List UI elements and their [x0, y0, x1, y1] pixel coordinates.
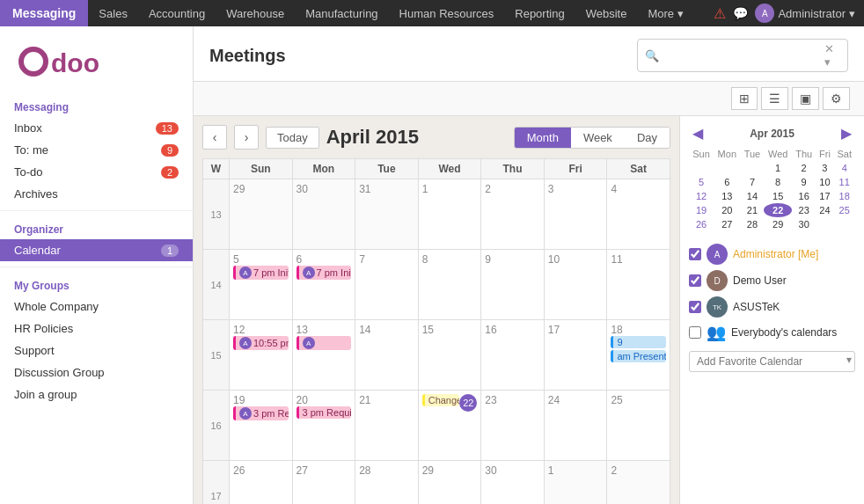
- mini-cal-day[interactable]: 13: [714, 189, 740, 203]
- nav-website[interactable]: Website: [575, 0, 638, 26]
- calendar-day[interactable]: 8: [418, 250, 481, 320]
- calendar-day[interactable]: 21: [355, 391, 419, 461]
- calendar-event[interactable]: A7 pm Initial discussion: [297, 266, 352, 280]
- list-view-btn[interactable]: ☰: [761, 87, 788, 110]
- calendar-day[interactable]: 12A10:55 pm Pricing Discussion: [230, 320, 293, 391]
- mini-cal-day[interactable]: 8: [764, 175, 792, 189]
- mini-cal-day[interactable]: 28: [740, 217, 764, 231]
- mini-cal-day[interactable]: 17: [816, 189, 833, 203]
- mini-cal-day[interactable]: 3: [816, 161, 833, 175]
- mini-cal-day[interactable]: 21: [740, 203, 764, 217]
- mini-cal-day[interactable]: 1: [764, 161, 792, 175]
- mini-cal-day[interactable]: 16: [792, 189, 816, 203]
- alert-icon[interactable]: ⚠: [714, 5, 726, 22]
- settings-btn[interactable]: ⚙: [823, 87, 850, 110]
- kanban-view-btn[interactable]: ⊞: [731, 87, 758, 110]
- mini-cal-day[interactable]: 18: [833, 189, 855, 203]
- attendee-row[interactable]: AAdministrator [Me]: [689, 244, 855, 265]
- calendar-day[interactable]: 30: [292, 179, 355, 250]
- nav-warehouse[interactable]: Warehouse: [216, 0, 295, 26]
- calendar-day[interactable]: 2: [607, 461, 670, 505]
- attendee-row[interactable]: DDemo User: [689, 270, 855, 291]
- calendar-day[interactable]: 17: [544, 320, 607, 391]
- sidebar-todo[interactable]: To-do 2: [0, 161, 193, 183]
- mini-cal-day[interactable]: 26: [689, 217, 714, 231]
- sidebar-inbox[interactable]: Inbox 13: [0, 117, 193, 139]
- calendar-day[interactable]: 19A3 pm Requirement review: [230, 391, 293, 461]
- sidebar-join-group[interactable]: Join a group: [0, 383, 193, 405]
- calendar-day[interactable]: 203 pm Requirement review: [292, 391, 355, 461]
- calendar-day[interactable]: 24: [544, 391, 607, 461]
- calendar-day[interactable]: 10: [544, 250, 607, 320]
- mini-cal-day[interactable]: 23: [792, 203, 816, 217]
- mini-cal-day[interactable]: 4: [833, 161, 855, 175]
- calendar-day[interactable]: 16: [481, 320, 545, 391]
- attendee-row[interactable]: TKASUSTeK: [689, 296, 855, 318]
- sidebar-archives[interactable]: Archives: [0, 183, 193, 205]
- column-view-btn[interactable]: ▣: [792, 87, 819, 110]
- calendar-event[interactable]: A10:55 pm Pricing Discussion: [233, 336, 289, 350]
- calendar-day[interactable]: 30: [481, 461, 545, 505]
- mini-cal-day[interactable]: 19: [689, 203, 714, 217]
- calendar-day[interactable]: 3: [544, 179, 607, 250]
- mini-cal-day[interactable]: 12: [689, 189, 714, 203]
- calendar-day[interactable]: 2: [481, 179, 545, 250]
- mini-cal-day[interactable]: 2: [792, 161, 816, 175]
- calendar-day[interactable]: 189am Presentation for new Services: [607, 320, 670, 391]
- day-view-btn[interactable]: Day: [625, 128, 670, 148]
- today-btn[interactable]: Today: [266, 127, 319, 149]
- mini-cal-day[interactable]: 27: [714, 217, 740, 231]
- chat-icon[interactable]: 💬: [733, 6, 748, 20]
- calendar-day[interactable]: 22Changes in Designing: [418, 391, 481, 461]
- mini-cal-day[interactable]: 6: [714, 175, 740, 189]
- calendar-day[interactable]: 31: [355, 179, 419, 250]
- sidebar-calendar[interactable]: Calendar 1: [0, 239, 193, 261]
- calendar-day[interactable]: 4: [607, 179, 670, 250]
- attendee-checkbox[interactable]: [689, 301, 701, 313]
- attendee-checkbox[interactable]: [689, 248, 701, 260]
- search-input[interactable]: [663, 49, 824, 62]
- everybody-check[interactable]: [689, 326, 701, 339]
- nav-manufacturing[interactable]: Manufacturing: [295, 0, 388, 26]
- calendar-day[interactable]: 7: [355, 250, 419, 320]
- attendee-checkbox[interactable]: [689, 274, 701, 287]
- mini-cal-day[interactable]: 15: [764, 189, 792, 203]
- sidebar-support[interactable]: Support: [0, 340, 193, 362]
- calendar-event[interactable]: 3 pm Requirement review: [297, 406, 352, 419]
- calendar-event[interactable]: A7 pm Initial discussion: [233, 266, 289, 280]
- calendar-day[interactable]: 27: [292, 461, 355, 505]
- nav-hr[interactable]: Human Resources: [389, 0, 505, 26]
- mini-cal-day[interactable]: 29: [764, 217, 792, 231]
- calendar-event[interactable]: 9: [611, 336, 666, 348]
- calendar-day[interactable]: 29: [418, 461, 481, 505]
- sidebar-hr-policies[interactable]: HR Policies: [0, 318, 193, 340]
- nav-reporting[interactable]: Reporting: [504, 0, 575, 26]
- mini-cal-day[interactable]: 20: [714, 203, 740, 217]
- calendar-day[interactable]: 29: [230, 179, 293, 250]
- month-view-btn[interactable]: Month: [515, 128, 571, 148]
- calendar-day[interactable]: 23: [481, 391, 545, 461]
- mini-cal-day[interactable]: 24: [816, 203, 833, 217]
- calendar-day[interactable]: 15: [418, 320, 481, 391]
- mini-cal-day[interactable]: 22: [764, 203, 792, 217]
- sidebar-tome[interactable]: To: me 9: [0, 139, 193, 161]
- calendar-day[interactable]: 13A: [292, 320, 355, 391]
- calendar-day[interactable]: 5A7 pm Initial discussion: [230, 250, 293, 320]
- everybody-calendars-row[interactable]: 👥 Everybody's calendars: [689, 323, 855, 342]
- nav-accounting[interactable]: Accounting: [138, 0, 216, 26]
- mini-prev-btn[interactable]: ◀: [689, 125, 707, 142]
- calendar-day[interactable]: 1: [418, 179, 481, 250]
- brand-messaging[interactable]: Messaging: [0, 0, 88, 26]
- mini-cal-day[interactable]: 25: [833, 203, 855, 217]
- fav-cal-dropdown-icon[interactable]: ▾: [846, 354, 852, 366]
- calendar-event[interactable]: Changes in Designing: [422, 394, 460, 406]
- next-month-btn[interactable]: ›: [234, 125, 259, 150]
- mini-next-btn[interactable]: ▶: [838, 125, 855, 142]
- search-clear-icon[interactable]: ✕ ▾: [824, 42, 840, 69]
- calendar-day[interactable]: 1: [544, 461, 607, 505]
- calendar-day[interactable]: 26: [230, 461, 293, 505]
- mini-cal-day[interactable]: 9: [792, 175, 816, 189]
- calendar-day[interactable]: 25: [607, 391, 670, 461]
- add-favorite-input[interactable]: [689, 351, 855, 372]
- calendar-day[interactable]: 28: [355, 461, 419, 505]
